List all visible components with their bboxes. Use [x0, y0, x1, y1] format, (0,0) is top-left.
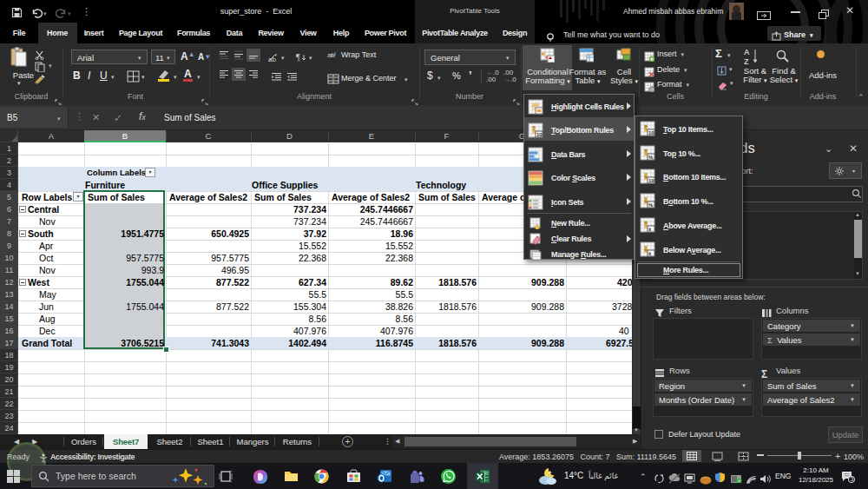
svg-text:10: 10	[648, 130, 654, 135]
svg-text:10: 10	[536, 132, 542, 137]
svg-text:A: A	[744, 48, 750, 56]
svg-text:%: %	[648, 202, 654, 208]
svg-text:10: 10	[648, 178, 654, 183]
svg-text:Z: Z	[744, 57, 749, 65]
svg-text:3: 3	[851, 476, 854, 482]
svg-text:%: %	[648, 155, 654, 160]
